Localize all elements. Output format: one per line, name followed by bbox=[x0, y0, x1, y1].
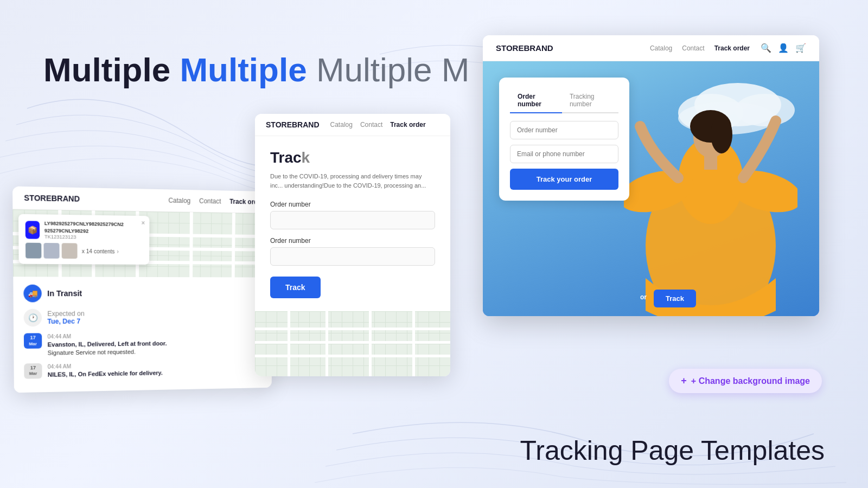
change-bg-label: + Change background image bbox=[691, 376, 810, 386]
card-right-nav-links: Catalog Contact Track order bbox=[650, 44, 750, 52]
heading-light: Multiple M bbox=[316, 51, 470, 88]
plus-icon: + bbox=[681, 375, 687, 387]
package-icon: 📦 bbox=[25, 221, 40, 239]
map-area: × 📦 LY982925279CNLY982925279CN2 925279CN… bbox=[12, 209, 274, 277]
order-number-label: Order number bbox=[270, 201, 435, 208]
email-phone-field[interactable] bbox=[510, 145, 618, 163]
arrow-icon: › bbox=[117, 248, 118, 254]
timeline-date: 17 Mar bbox=[24, 333, 42, 349]
timeline-item-1: 17 Mar 04:44 AM Evanston, IL, Delivered,… bbox=[24, 331, 263, 358]
svg-point-11 bbox=[711, 115, 732, 153]
card-middle-title: Track bbox=[270, 149, 435, 166]
map-road bbox=[232, 213, 235, 278]
timeline-text-2: 04:44 AM NILES, IL, On FedEx vehicle for… bbox=[48, 362, 163, 380]
main-heading: Multiple Multiple Multiple M bbox=[43, 52, 469, 88]
timeline-text-1: 04:44 AM Evanston, IL, Delivered, Left a… bbox=[47, 332, 167, 357]
expected-row: 🕐 Expected on Tue, Dec 7 bbox=[24, 308, 264, 326]
tab-tracking-number[interactable]: Tracking number bbox=[562, 88, 618, 113]
order-number-input[interactable] bbox=[270, 211, 435, 229]
order-number-label-2: Order number bbox=[270, 237, 435, 245]
nav-contact[interactable]: Contact bbox=[360, 121, 382, 129]
status-row: 🚚 In Transit bbox=[23, 285, 264, 303]
order-number-field[interactable] bbox=[510, 121, 618, 139]
card-right: STOREBRAND Catalog Contact Track order 🔍… bbox=[483, 35, 819, 316]
nav-track[interactable]: Track order bbox=[390, 121, 425, 129]
nav-contact[interactable]: Contact bbox=[199, 197, 221, 206]
tracking-popup: × 📦 LY982925279CNLY982925279CN2 925279CN… bbox=[18, 214, 149, 265]
nav-catalog[interactable]: Catalog bbox=[650, 44, 672, 52]
search-icon[interactable]: 🔍 bbox=[761, 43, 771, 53]
clock-icon: 🕐 bbox=[24, 309, 42, 327]
nav-icons: 🔍 👤 🛒 bbox=[761, 43, 806, 53]
item-thumbnail bbox=[43, 243, 59, 259]
bottom-heading: Tracking Page Templates bbox=[520, 435, 825, 466]
change-bg-button[interactable]: + + Change background image bbox=[669, 369, 822, 393]
map-road bbox=[189, 212, 193, 277]
card-left: STOREBRAND Catalog Contact Track order ×… bbox=[12, 187, 274, 393]
user-icon[interactable]: 👤 bbox=[778, 43, 789, 53]
close-icon[interactable]: × bbox=[141, 219, 145, 227]
card-left-body: 🚚 In Transit 🕐 Expected on Tue, Dec 7 17… bbox=[13, 277, 273, 393]
card-middle: STOREBRAND Catalog Contact Track order T… bbox=[255, 114, 450, 376]
expected-label: Expected on bbox=[47, 310, 85, 317]
card-middle-brand: STOREBRAND bbox=[266, 120, 320, 129]
map-road bbox=[288, 311, 290, 376]
nav-catalog[interactable]: Catalog bbox=[330, 121, 353, 129]
card-right-brand: STOREBRAND bbox=[496, 43, 553, 53]
card-left-nav: STOREBRAND Catalog Contact Track order bbox=[12, 187, 274, 214]
or-label: or bbox=[640, 293, 647, 301]
timeline-item-2: 17 Mar 04:44 AM NILES, IL, On FedEx vehi… bbox=[24, 360, 263, 380]
tracking-form-overlay: Order number Tracking number Track your … bbox=[499, 78, 629, 201]
map-road bbox=[326, 311, 328, 376]
card-middle-map bbox=[255, 311, 450, 376]
expected-date: Tue, Dec 7 bbox=[47, 317, 85, 325]
items-row: x 14 contents › bbox=[25, 243, 143, 259]
track-your-order-button[interactable]: Track your order bbox=[510, 169, 618, 190]
card-middle-nav: STOREBRAND Catalog Contact Track order bbox=[255, 114, 450, 136]
tab-row: Order number Tracking number bbox=[510, 88, 618, 113]
form-group-order: Order number bbox=[270, 201, 435, 229]
map-road bbox=[255, 328, 450, 330]
nav-catalog[interactable]: Catalog bbox=[168, 197, 190, 205]
bottom-heading-text: Tracking Page Templates bbox=[520, 435, 825, 466]
timeline-date: 17 Mar bbox=[24, 363, 42, 379]
tracking-id: LY982925279CNLY982925279CN2 925279CNLY98… bbox=[44, 220, 143, 235]
card-middle-nav-links: Catalog Contact Track order bbox=[330, 121, 426, 129]
card-middle-notice: Due to the COVID-19, processing and deli… bbox=[270, 172, 435, 190]
card-left-nav-links: Catalog Contact Track order bbox=[168, 197, 264, 206]
tab-order-number[interactable]: Order number bbox=[510, 88, 562, 113]
order-number-input-2[interactable] bbox=[270, 247, 435, 266]
package-row: 📦 LY982925279CNLY982925279CN2 925279CNLY… bbox=[25, 220, 143, 241]
sub-tracking-id: TK123123123 bbox=[44, 234, 143, 241]
card-middle-body: Track Due to the COVID-19, processing an… bbox=[255, 136, 450, 311]
cart-icon[interactable]: 🛒 bbox=[795, 43, 806, 53]
status-label: In Transit bbox=[47, 289, 82, 298]
map-road bbox=[369, 311, 372, 376]
map-road bbox=[255, 355, 450, 357]
form-group-order2: Order number bbox=[270, 237, 435, 266]
item-thumbnail bbox=[62, 243, 78, 259]
map-road bbox=[255, 341, 450, 344]
track-button-middle[interactable]: Track bbox=[270, 277, 321, 298]
fashion-figure bbox=[624, 72, 797, 316]
item-thumbnail bbox=[25, 243, 41, 259]
card-left-brand: STOREBRAND bbox=[24, 193, 80, 203]
hero-area: Order number Tracking number Track your … bbox=[483, 61, 819, 316]
track-side-button[interactable]: Track bbox=[654, 290, 696, 307]
card-right-nav: STOREBRAND Catalog Contact Track order 🔍… bbox=[483, 35, 819, 61]
items-count: x 14 contents bbox=[82, 248, 115, 254]
nav-contact[interactable]: Contact bbox=[682, 44, 704, 52]
heading-bold: Multiple bbox=[43, 51, 170, 88]
heading-blue: Multiple bbox=[180, 51, 307, 88]
transit-icon: 🚚 bbox=[23, 285, 42, 303]
map-road bbox=[412, 311, 415, 376]
nav-track-order[interactable]: Track order bbox=[714, 44, 750, 52]
